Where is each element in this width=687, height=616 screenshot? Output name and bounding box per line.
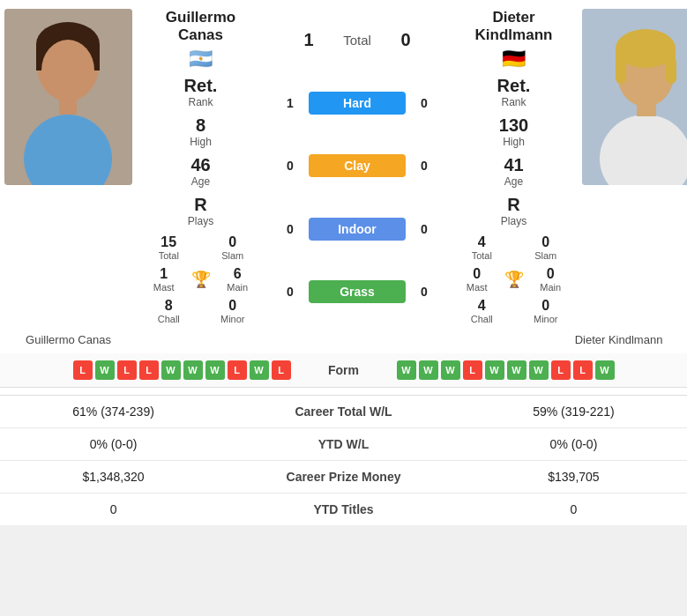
player2-rank-label: Rank	[450, 96, 578, 108]
player1-minor: 0 Minor	[201, 298, 265, 324]
player2-flag: 🇩🇪	[502, 48, 526, 71]
svg-point-4	[41, 40, 94, 101]
player-names-row: Guillermo Canas Dieter Kindlmann	[0, 330, 687, 353]
form-badge: W	[183, 360, 203, 380]
player2-minor: 0 Minor	[514, 298, 579, 324]
stat-left: 0	[0, 494, 227, 526]
player2-photo	[582, 9, 687, 185]
player1-high-block: 8 High	[137, 115, 265, 148]
grass-row: 0 Grass 0	[269, 278, 445, 305]
stat-right: 0	[460, 494, 687, 526]
player2-high-label: High	[450, 136, 578, 148]
player2-name: Dieter Kindlmann	[475, 9, 553, 44]
player2-high-block: 130 High	[450, 115, 578, 148]
total-row: 1 Total 0	[269, 30, 445, 50]
player1-mast: 1 Mast	[137, 266, 191, 293]
player2-age-label: Age	[450, 175, 578, 188]
hard-row: 1 Hard 0	[269, 90, 445, 116]
player2-title-row1: 4 Total 0 Slam	[450, 234, 578, 261]
player2-title-row3: 4 Chall 0 Minor	[450, 298, 578, 324]
player2-trophy-icon: 🏆	[504, 266, 524, 293]
player1-high-label: High	[137, 136, 265, 148]
player2-plays-block: R Plays	[450, 195, 578, 227]
form-section: LWLLWWWLWL Form WWWLWWWLLW	[0, 353, 687, 388]
player2-chall: 4 Chall	[450, 298, 514, 324]
form-badge: L	[551, 360, 571, 380]
stat-right: 59% (319-221)	[460, 396, 687, 428]
p2-total-score: 0	[392, 30, 419, 50]
player1-age-value: 46	[137, 155, 265, 175]
player1-name-below: Guillermo Canas	[4, 333, 132, 346]
player1-stats: Guillermo Canas 🇦🇷 Ret. Rank 8 High 46 A…	[132, 9, 269, 330]
player2-stats: Dieter Kindlmann 🇩🇪 Ret. Rank 130 High 4…	[445, 9, 582, 330]
p1-hard: 1	[277, 96, 303, 110]
form-badge: W	[95, 360, 115, 380]
form-badge: W	[205, 360, 225, 380]
form-badge: L	[228, 360, 247, 380]
player1-high-value: 8	[137, 115, 265, 136]
player1-trophy-icon: 🏆	[191, 266, 211, 293]
stats-section: 61% (374-239) Career Total W/L 59% (319-…	[0, 395, 687, 525]
clay-btn: Clay	[309, 154, 406, 177]
clay-row: 0 Clay 0	[269, 152, 445, 179]
player2-rank-block: Ret. Rank	[450, 76, 578, 108]
player1-total: 15 Total	[137, 234, 201, 261]
form-badge: W	[485, 360, 504, 380]
player1-chall: 8 Chall	[137, 298, 201, 324]
player2-rank-value: Ret.	[450, 76, 578, 96]
stat-row: 61% (374-239) Career Total W/L 59% (319-…	[0, 396, 687, 428]
player1-plays-block: R Plays	[137, 195, 265, 227]
stat-row: $1,348,320 Career Prize Money $139,705	[0, 461, 687, 494]
player2-name-below: Dieter Kindlmann	[555, 333, 683, 346]
player2-mast: 0 Mast	[450, 266, 504, 293]
form-badge: L	[272, 360, 291, 380]
player1-title-row2: 1 Mast 🏆 6 Main	[137, 266, 265, 293]
total-label: Total	[322, 33, 392, 48]
form-label: Form	[300, 363, 388, 377]
p1-total-score: 1	[295, 30, 322, 50]
player2-total: 4 Total	[450, 234, 514, 261]
player1-rank-value: Ret.	[137, 76, 265, 96]
player1-plays-value: R	[137, 195, 265, 215]
p2-hard: 0	[411, 96, 437, 110]
form-badge: W	[441, 360, 460, 380]
middle-section: 1 Total 0 1 Hard 0 0 Clay 0 0 Indoor 0 0	[269, 9, 445, 330]
stat-row: 0 YTD Titles 0	[0, 494, 687, 526]
player1-photo	[4, 9, 132, 185]
stat-row: 0% (0-0) YTD W/L 0% (0-0)	[0, 428, 687, 461]
player2-main: 0 Main	[524, 266, 579, 293]
main-container: Guillermo Canas 🇦🇷 Ret. Rank 8 High 46 A…	[0, 0, 687, 525]
p2-indoor: 0	[411, 222, 437, 236]
player1-main: 6 Main	[211, 266, 265, 293]
top-wrapper: Guillermo Canas 🇦🇷 Ret. Rank 8 High 46 A…	[0, 0, 687, 330]
player1-rank-label: Rank	[137, 96, 265, 108]
form-badge: W	[507, 360, 526, 380]
player1-rank-block: Ret. Rank	[137, 76, 265, 108]
player1-age-block: 46 Age	[137, 155, 265, 188]
hard-btn: Hard	[309, 92, 406, 115]
player1-name: Guillermo Canas	[166, 9, 235, 44]
stats-table: 61% (374-239) Career Total W/L 59% (319-…	[0, 396, 687, 525]
svg-rect-6	[59, 97, 77, 115]
form-badge: W	[419, 360, 438, 380]
stat-left: 61% (374-239)	[0, 396, 227, 428]
p2-grass: 0	[411, 285, 437, 299]
player2-form: WWWLWWWLLW	[388, 360, 683, 380]
indoor-row: 0 Indoor 0	[269, 216, 445, 242]
form-badge: W	[161, 360, 181, 380]
p1-clay: 0	[277, 159, 303, 173]
player2-slam: 0 Slam	[514, 234, 579, 261]
form-badge: W	[595, 360, 615, 380]
player1-title-row3: 8 Chall 0 Minor	[137, 298, 265, 324]
player1-flag: 🇦🇷	[189, 48, 213, 71]
stat-center: Career Total W/L	[227, 396, 460, 428]
svg-rect-14	[666, 57, 676, 84]
player2-high-value: 130	[450, 115, 578, 136]
player1-form: LWLLWWWLWL	[4, 360, 300, 380]
player1-plays-label: Plays	[137, 215, 265, 227]
stat-left: $1,348,320	[0, 461, 227, 494]
stat-right: $139,705	[460, 461, 687, 494]
form-badge: W	[397, 360, 416, 380]
player2-plays-label: Plays	[450, 215, 578, 227]
svg-rect-13	[616, 57, 626, 84]
